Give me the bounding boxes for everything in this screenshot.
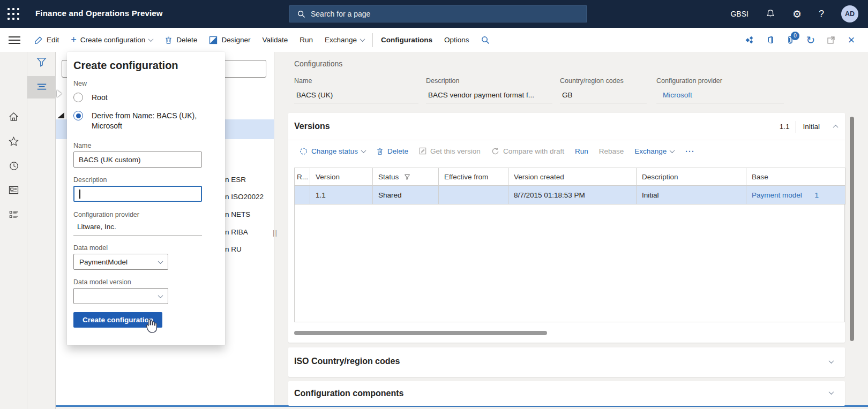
modules-list-icon[interactable]	[0, 206, 27, 224]
help-icon[interactable]: ?	[810, 0, 833, 28]
exchange-button[interactable]: Exchange	[319, 28, 370, 52]
exchange-version-button[interactable]: Exchange	[629, 140, 679, 162]
create-configuration-button[interactable]: + Create configuration	[65, 28, 159, 52]
text-cursor	[79, 190, 80, 199]
radio-button-selected-icon	[73, 111, 83, 120]
edit-button[interactable]: Edit	[28, 28, 65, 52]
col-version[interactable]: Version	[310, 168, 373, 186]
compare-with-draft-button[interactable]: Compare with draft	[486, 140, 570, 162]
data-model-label: Data model	[73, 244, 219, 252]
name-value[interactable]: BACS (UK)	[294, 91, 418, 103]
panel-resize-handle[interactable]: ||	[273, 229, 278, 237]
collapse-section-chevron-icon[interactable]	[833, 125, 839, 130]
provider-label: Configuration provider	[73, 211, 219, 218]
expand-panel-chevron-icon[interactable]	[57, 90, 62, 97]
user-avatar[interactable]: AD	[833, 0, 868, 28]
run-version-button[interactable]: Run	[570, 140, 594, 162]
tree-item[interactable]: n ISO20022	[225, 193, 273, 201]
country-value[interactable]: GB	[560, 91, 647, 103]
favorites-star-icon[interactable]	[0, 132, 27, 150]
tree-item[interactable]: n NETS	[225, 210, 273, 218]
configuration-components-section[interactable]: Configuration components	[288, 381, 845, 406]
designer-button[interactable]: Designer	[203, 28, 256, 52]
change-status-icon	[300, 147, 308, 155]
description-cell: Initial	[637, 186, 746, 205]
trash-icon	[376, 147, 384, 155]
status-cell: Shared	[373, 186, 439, 205]
col-status[interactable]: Status	[373, 168, 439, 186]
validate-button[interactable]: Validate	[256, 28, 294, 52]
horizontal-scrollbar-thumb[interactable]	[294, 331, 547, 335]
get-version-icon	[419, 147, 426, 155]
radio-derive[interactable]: Derive from Name: BACS (UK), Microsoft	[73, 111, 219, 131]
actionbar-search-icon[interactable]	[475, 28, 496, 52]
current-version: 1.1	[780, 123, 790, 131]
company-picker[interactable]: GBSI	[722, 0, 757, 28]
filter-funnel-icon[interactable]	[27, 57, 56, 67]
tree-item[interactable]: n ESR	[225, 176, 273, 184]
description-value[interactable]: BACS vendor payment format f...	[426, 91, 552, 103]
recent-clock-icon[interactable]	[0, 157, 27, 175]
row-selector-cell[interactable]	[295, 186, 310, 205]
rebase-button[interactable]: Rebase	[594, 140, 630, 162]
close-icon[interactable]: ×	[842, 31, 860, 49]
tree-item[interactable]: n RU	[225, 245, 273, 253]
radio-root[interactable]: Root	[73, 93, 219, 102]
home-icon[interactable]	[0, 108, 27, 126]
get-this-version-button[interactable]: Get this version	[414, 140, 486, 162]
pencil-icon	[34, 36, 43, 44]
workspaces-icon[interactable]	[0, 181, 27, 199]
base-link[interactable]: Payment model	[752, 191, 802, 199]
delete-version-button[interactable]: Delete	[371, 140, 414, 162]
col-effective-from[interactable]: Effective from	[439, 168, 508, 186]
versions-toolbar: Change status Delete Get this version Co…	[288, 140, 845, 162]
vertical-scrollbar-thumb[interactable]	[850, 117, 854, 341]
refresh-icon[interactable]: ↻	[802, 31, 820, 49]
open-in-new-window-icon[interactable]	[822, 31, 840, 49]
settings-gear-icon[interactable]: ⚙	[784, 0, 810, 28]
change-status-button[interactable]: Change status	[294, 140, 371, 162]
col-description[interactable]: Description	[637, 168, 746, 186]
current-status: Initial	[803, 123, 820, 131]
data-model-version-select[interactable]	[73, 288, 168, 304]
tree-expanded-marker-icon	[57, 112, 64, 118]
tab-options[interactable]: Options	[438, 28, 475, 52]
toolbar-divider	[372, 33, 373, 47]
app-launcher-icon[interactable]	[8, 8, 20, 20]
chevron-down-icon	[148, 36, 154, 42]
description-label: Description	[73, 176, 219, 184]
data-model-select[interactable]: PaymentModel	[73, 254, 168, 270]
action-bar: Edit + Create configuration Delete Desig…	[0, 28, 868, 52]
iso-country-codes-section[interactable]: ISO Country/region codes	[288, 347, 845, 377]
table-row[interactable]: 1.1 Shared 8/7/2015 01:18:53 PM Initial …	[295, 186, 845, 205]
col-version-created[interactable]: Version created	[508, 168, 637, 186]
base-count: 1	[815, 191, 819, 199]
hamburger-menu-icon[interactable]	[9, 36, 20, 44]
header-field-name: Name BACS (UK)	[294, 77, 418, 103]
dynamics-diamonds-icon[interactable]	[740, 31, 759, 49]
header-field-provider: Configuration provider Microsoft	[656, 77, 784, 103]
delete-button[interactable]: Delete	[159, 28, 203, 52]
expand-section-chevron-icon[interactable]	[829, 358, 834, 363]
header-field-description: Description BACS vendor payment format f…	[426, 77, 552, 103]
expand-section-chevron-icon[interactable]	[829, 389, 834, 395]
provider-link[interactable]: Microsoft	[656, 91, 784, 103]
page-search-box[interactable]: Search for a page	[289, 5, 587, 22]
notifications-bell-icon[interactable]	[757, 0, 784, 28]
name-input[interactable]: BACS (UK custom)	[73, 152, 202, 168]
page-title: Configurations	[294, 59, 342, 68]
office-icon[interactable]	[761, 31, 779, 49]
tab-configurations[interactable]: Configurations	[375, 28, 438, 52]
col-select[interactable]: R...	[295, 168, 310, 186]
col-base[interactable]: Base	[746, 168, 845, 186]
tool-strip-selected-tile[interactable]	[27, 76, 56, 99]
description-input[interactable]	[73, 186, 202, 202]
attachments-count-badge: 0	[791, 32, 799, 40]
table-header-row: R... Version Status Effective from Versi…	[295, 168, 845, 186]
tree-item[interactable]: n RIBA	[225, 228, 273, 236]
trash-icon	[164, 36, 173, 44]
attachments-icon[interactable]: 0	[781, 31, 799, 49]
divider	[796, 121, 796, 133]
more-options-ellipsis[interactable]: ⋯	[679, 140, 700, 162]
run-button[interactable]: Run	[294, 28, 319, 52]
